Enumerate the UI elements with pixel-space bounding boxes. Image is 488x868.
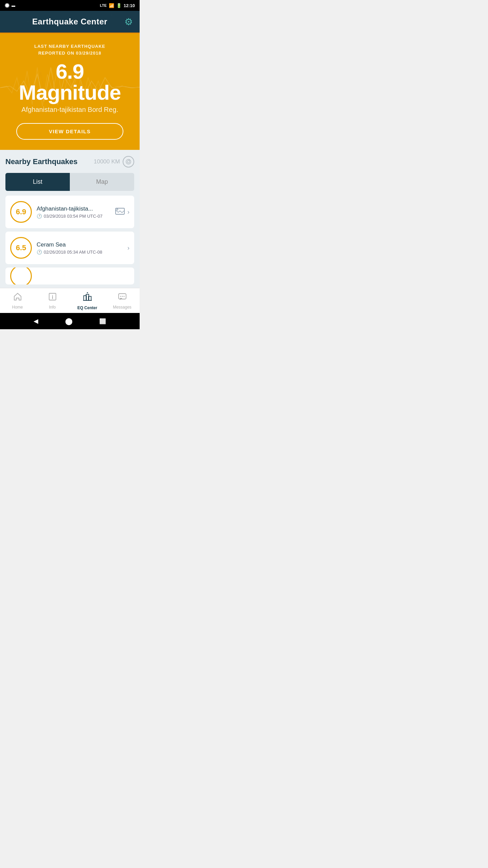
system-navigation: ◀ ⬤ ⬜ — [0, 313, 140, 329]
settings-icon[interactable]: ⚙ — [124, 16, 133, 27]
nav-item-messages[interactable]: Messages — [105, 292, 140, 310]
earthquake-time: 🕐 02/26/2018 05:34 AM UTC-08 — [37, 250, 123, 255]
nav-label-messages: Messages — [113, 305, 131, 310]
earthquake-time: 🕐 03/29/2018 03:54 PM UTC-07 — [37, 214, 110, 219]
nearby-section: Nearby Earthquakes 10000 KM List Map 6.9… — [0, 150, 140, 288]
earthquake-name: Ceram Sea — [37, 241, 123, 248]
clock-icon: 🕐 — [37, 214, 42, 219]
nav-item-eq-center[interactable]: EQ Center — [70, 292, 105, 310]
earthquake-list: 6.9 Afghanistan-tajikista... 🕐 03/29/201… — [5, 196, 134, 288]
earthquake-actions: › — [115, 208, 129, 217]
radius-value: 10000 KM — [94, 158, 120, 165]
svg-point-15 — [120, 296, 121, 297]
clock-icon: 🕐 — [37, 250, 42, 255]
earthquake-actions: › — [127, 244, 129, 252]
bottom-navigation: Home Info EQ Center — [0, 288, 140, 313]
recents-button[interactable]: ⬜ — [99, 318, 106, 324]
map-toggle-button[interactable]: Map — [70, 173, 134, 191]
view-toggle: List Map — [5, 173, 134, 191]
signal-icon: 📶 — [109, 3, 114, 8]
status-left: ▬ — [5, 3, 15, 8]
messages-icon — [118, 292, 127, 303]
chevron-right-icon: › — [127, 244, 129, 252]
clock: 12:10 — [124, 3, 135, 8]
info-icon — [48, 292, 57, 303]
earthquake-item[interactable]: 6.5 Ceram Sea 🕐 02/26/2018 05:34 AM UTC-… — [5, 232, 134, 264]
view-details-button[interactable]: VIEW DETAILS — [16, 123, 124, 140]
sim-indicator: ▬ — [12, 3, 15, 7]
radius-control[interactable]: 10000 KM — [94, 156, 135, 167]
network-type: LTE — [100, 3, 107, 7]
svg-point-3 — [127, 161, 130, 163]
nearby-header: Nearby Earthquakes 10000 KM — [5, 156, 134, 167]
svg-point-16 — [122, 296, 123, 297]
earthquake-item[interactable] — [5, 268, 134, 284]
status-bar: ▬ LTE 📶 🔋 12:10 — [0, 0, 140, 11]
map-view-icon[interactable] — [115, 208, 125, 217]
hero-location: Afghanistan-tajikistan Bord Reg. — [10, 106, 129, 114]
earthquake-name: Afghanistan-tajikista... — [37, 205, 110, 212]
magnitude-badge: 6.9 — [10, 201, 32, 223]
record-indicator — [5, 3, 9, 8]
home-button[interactable]: ⬤ — [65, 317, 73, 325]
svg-point-2 — [126, 159, 131, 164]
nav-item-info[interactable]: Info — [35, 292, 70, 310]
hero-banner: LAST NEARBY EARTHQUAKEREPORTED ON 03/29/… — [0, 34, 140, 150]
nav-item-home[interactable]: Home — [0, 292, 35, 310]
earthquake-info: Ceram Sea 🕐 02/26/2018 05:34 AM UTC-08 — [37, 241, 123, 255]
nav-label-eq-center: EQ Center — [77, 305, 97, 310]
radar-icon[interactable] — [123, 156, 134, 167]
home-icon — [13, 292, 22, 303]
hero-subtitle: LAST NEARBY EARTHQUAKEREPORTED ON 03/29/… — [10, 43, 129, 56]
back-button[interactable]: ◀ — [34, 317, 38, 325]
battery-icon: 🔋 — [116, 3, 122, 8]
magnitude-badge — [10, 268, 32, 284]
hero-magnitude: 6.9 Magnitude — [10, 61, 129, 103]
nav-label-home: Home — [12, 305, 23, 310]
app-title: Earthquake Center — [32, 17, 107, 26]
magnitude-badge: 6.5 — [10, 237, 32, 259]
list-toggle-button[interactable]: List — [5, 173, 70, 191]
eq-center-icon — [82, 292, 93, 304]
nav-label-info: Info — [49, 305, 56, 310]
earthquake-item[interactable]: 6.9 Afghanistan-tajikista... 🕐 03/29/201… — [5, 196, 134, 228]
svg-point-17 — [123, 296, 124, 297]
chevron-right-icon: › — [127, 209, 129, 216]
svg-point-6 — [117, 209, 118, 210]
nearby-title: Nearby Earthquakes — [5, 157, 78, 166]
earthquake-info: Afghanistan-tajikista... 🕐 03/29/2018 03… — [37, 205, 110, 219]
status-right: LTE 📶 🔋 12:10 — [100, 3, 135, 8]
app-header: Earthquake Center ⚙ — [0, 11, 140, 34]
